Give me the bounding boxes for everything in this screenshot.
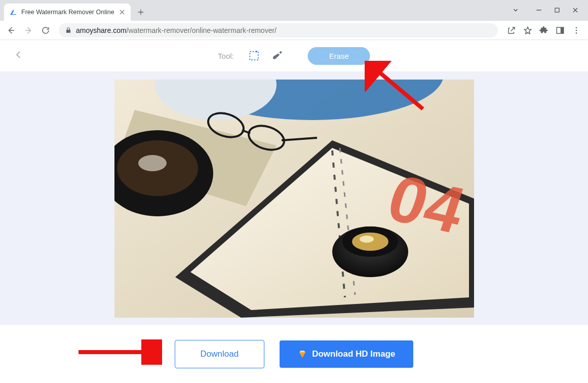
site-favicon-icon bbox=[9, 8, 17, 16]
svg-rect-0 bbox=[555, 8, 559, 12]
svg-point-22 bbox=[360, 236, 374, 243]
nav-forward-button[interactable] bbox=[21, 23, 35, 37]
marquee-icon bbox=[249, 50, 260, 61]
browser-tab[interactable]: Free Watermark Remover Online bbox=[4, 4, 131, 21]
minimize-icon bbox=[535, 7, 542, 14]
arrow-right-icon bbox=[24, 26, 33, 35]
svg-point-13 bbox=[138, 155, 167, 171]
nav-reload-button[interactable] bbox=[38, 23, 53, 37]
svg-rect-6 bbox=[250, 52, 259, 60]
chevron-down-icon bbox=[512, 6, 519, 14]
chevron-left-icon bbox=[14, 48, 23, 61]
browser-tab-strip: Free Watermark Remover Online bbox=[0, 0, 588, 21]
url-text: amoyshare.com/watermark-remover/online-w… bbox=[76, 26, 277, 34]
erase-button[interactable]: Erase bbox=[308, 47, 370, 65]
new-tab-button[interactable] bbox=[134, 5, 148, 19]
extensions-icon[interactable] bbox=[539, 26, 548, 35]
download-hd-label: Download HD Image bbox=[312, 349, 395, 359]
bottom-actions: Download Download HD Image bbox=[0, 325, 588, 383]
tab-title: Free Watermark Remover Online bbox=[21, 9, 114, 16]
share-icon[interactable] bbox=[507, 26, 516, 35]
plus-icon bbox=[137, 8, 145, 16]
window-minimize-button[interactable] bbox=[535, 7, 542, 14]
kebab-menu-icon[interactable] bbox=[572, 26, 581, 35]
reload-icon bbox=[41, 26, 50, 35]
window-maximize-button[interactable] bbox=[554, 7, 561, 14]
tool-group: Tool: Erase bbox=[218, 47, 370, 65]
diamond-icon bbox=[298, 350, 307, 359]
uploaded-image[interactable]: 04 bbox=[114, 80, 474, 318]
svg-rect-2 bbox=[561, 27, 564, 33]
download-button[interactable]: Download bbox=[175, 340, 265, 368]
download-hd-button[interactable]: Download HD Image bbox=[280, 340, 413, 368]
bookmark-star-icon[interactable] bbox=[523, 26, 532, 35]
tab-search-button[interactable] bbox=[512, 7, 519, 14]
app-back-button[interactable] bbox=[14, 48, 23, 63]
lock-icon bbox=[65, 27, 72, 34]
brush-icon bbox=[272, 50, 283, 61]
sidepanel-icon[interactable] bbox=[556, 26, 565, 35]
canvas-area: 04 bbox=[0, 72, 588, 325]
close-icon bbox=[572, 7, 579, 14]
address-bar[interactable]: amoyshare.com/watermark-remover/online-w… bbox=[59, 23, 498, 37]
app-toolbar: Tool: Erase bbox=[0, 40, 588, 72]
marquee-tool-button[interactable] bbox=[248, 50, 260, 62]
address-actions bbox=[504, 26, 584, 35]
nav-back-button[interactable] bbox=[4, 23, 18, 37]
address-bar-row: amoyshare.com/watermark-remover/online-w… bbox=[0, 21, 588, 40]
tab-close-icon[interactable] bbox=[119, 9, 126, 16]
tool-label: Tool: bbox=[218, 52, 234, 60]
window-controls bbox=[503, 0, 588, 20]
svg-point-3 bbox=[576, 27, 577, 28]
arrow-left-icon bbox=[7, 26, 16, 35]
brush-tool-button[interactable] bbox=[271, 50, 284, 62]
image-illustration: 04 bbox=[114, 80, 474, 318]
maximize-icon bbox=[554, 7, 560, 13]
svg-point-5 bbox=[576, 32, 577, 33]
svg-point-4 bbox=[576, 29, 577, 31]
window-close-button[interactable] bbox=[572, 7, 579, 14]
